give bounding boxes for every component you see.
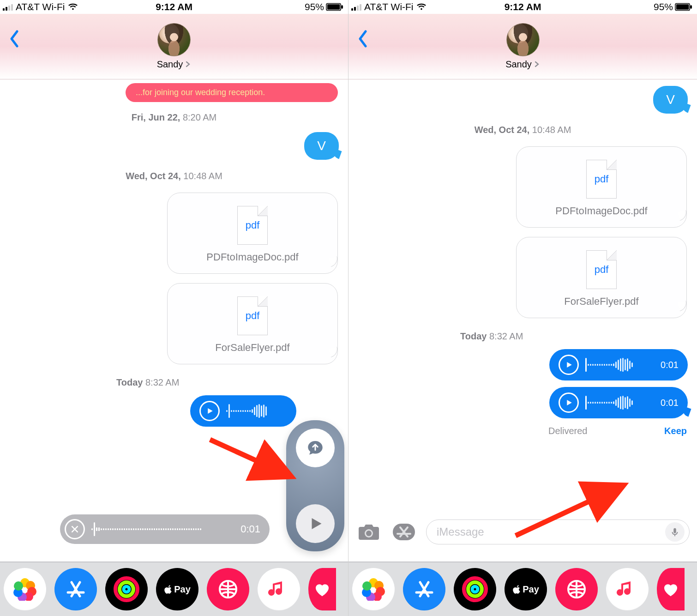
wifi-icon: [68, 2, 78, 12]
attachment-pdf-1[interactable]: pdf PDFtoImageDoc.pdf: [516, 146, 687, 228]
contact-name-button[interactable]: Sandy: [157, 59, 192, 70]
svg-rect-16: [676, 4, 689, 9]
battery-icon: [326, 3, 343, 11]
send-audio-button[interactable]: [296, 429, 335, 467]
voice-message-1[interactable]: 0:01: [549, 349, 688, 380]
status-bar: AT&T Wi-Fi 9:12 AM 95%: [348, 0, 697, 14]
app-dock: Pay: [348, 562, 697, 616]
dock-appstore-app[interactable]: [403, 568, 445, 610]
conversation-header: Sandy: [348, 14, 697, 79]
message-input[interactable]: iMessage: [426, 519, 690, 544]
signal-icon: [351, 3, 361, 11]
document-icon: pdf: [586, 250, 617, 289]
contact-name-button[interactable]: Sandy: [505, 59, 540, 70]
keep-button[interactable]: Keep: [664, 426, 687, 436]
attachment-filename: ForSaleFlyer.pdf: [526, 296, 677, 308]
contact-name: Sandy: [157, 59, 183, 70]
dock-globe-app[interactable]: [555, 568, 598, 610]
camera-button[interactable]: [356, 521, 382, 543]
audio-duration: 0:01: [661, 360, 679, 370]
waveform-icon: [226, 403, 287, 419]
dock-heart-app[interactable]: [657, 568, 685, 610]
attachment-pdf-2[interactable]: pdf ForSaleFlyer.pdf: [167, 283, 338, 364]
waveform-icon: [585, 395, 654, 411]
carrier-label: AT&T Wi-Fi: [16, 1, 65, 12]
app-dock: Pay: [0, 562, 348, 616]
waveform-icon: [585, 357, 654, 373]
voice-message-2[interactable]: 0:01: [549, 387, 688, 418]
svg-point-19: [366, 531, 372, 536]
svg-point-31: [472, 586, 478, 592]
dock-applepay-app[interactable]: Pay: [156, 568, 198, 610]
document-icon: pdf: [586, 160, 617, 199]
timestamp-jun22: Fri, Jun 22, 8:20 AM: [6, 112, 342, 123]
message-placeholder: iMessage: [437, 525, 484, 538]
chevron-right-icon: [534, 59, 540, 70]
chevron-right-icon: [185, 59, 191, 70]
svg-line-3: [210, 440, 286, 474]
svg-point-13: [124, 586, 129, 592]
dock-activity-app[interactable]: [454, 568, 496, 610]
back-button[interactable]: [357, 30, 369, 50]
dock-appstore-app[interactable]: [54, 568, 97, 610]
svg-point-28: [362, 581, 372, 591]
attachment-filename: ForSaleFlyer.pdf: [177, 342, 328, 354]
delivered-label: Delivered: [548, 426, 587, 436]
back-button[interactable]: [8, 30, 20, 50]
svg-rect-1: [327, 4, 340, 9]
avatar[interactable]: [157, 23, 191, 56]
battery-icon: [675, 3, 692, 11]
audio-duration: 0:01: [661, 398, 679, 408]
cancel-audio-button[interactable]: [65, 519, 85, 539]
svg-point-12: [120, 582, 133, 596]
attachment-filename: PDFtoImageDoc.pdf: [526, 205, 677, 217]
document-icon: pdf: [237, 296, 268, 335]
timestamp-oct24: Wed, Oct 24, 10:48 AM: [6, 171, 342, 181]
message-invite-banner[interactable]: ...for joining our wedding reception.: [126, 83, 338, 102]
avatar[interactable]: [506, 23, 540, 56]
message-thread[interactable]: ...for joining our wedding reception. Fr…: [0, 79, 348, 616]
battery-percent: 95%: [305, 1, 324, 12]
mic-button[interactable]: [665, 522, 685, 542]
svg-rect-2: [341, 5, 343, 9]
attachment-pdf-1[interactable]: pdf PDFtoImageDoc.pdf: [167, 193, 338, 274]
status-bar: AT&T Wi-Fi 9:12 AM 95%: [0, 0, 348, 14]
dock-music-app[interactable]: [606, 568, 649, 610]
dock-applepay-app[interactable]: Pay: [505, 568, 547, 610]
clock: 9:12 AM: [156, 1, 192, 12]
timestamp-oct24: Wed, Oct 24, 10:48 AM: [354, 125, 691, 135]
battery-percent: 95%: [654, 1, 673, 12]
dock-heart-app[interactable]: [308, 568, 336, 610]
play-audio-button[interactable]: [296, 504, 335, 543]
audio-send-overlay: [286, 420, 344, 551]
left-pane: AT&T Wi-Fi 9:12 AM 95% Sandy: [0, 0, 348, 616]
svg-rect-17: [690, 5, 692, 9]
dock-activity-app[interactable]: [105, 568, 148, 610]
compose-bar: iMessage: [356, 518, 690, 546]
signal-icon: [3, 3, 13, 11]
dock-photos-app[interactable]: [352, 568, 395, 610]
message-thread[interactable]: V Wed, Oct 24, 10:48 AM pdf PDFtoImageDo…: [348, 79, 697, 616]
timestamp-today: Today 8:32 AM: [116, 377, 179, 388]
message-bubble-v[interactable]: V: [653, 86, 688, 114]
play-icon[interactable]: [199, 401, 220, 421]
message-bubble-v[interactable]: V: [304, 132, 339, 160]
attachment-filename: PDFtoImageDoc.pdf: [177, 251, 328, 263]
audio-duration: 0:01: [240, 523, 260, 535]
timestamp-today: Today 8:32 AM: [460, 331, 523, 342]
dock-globe-app[interactable]: [207, 568, 249, 610]
dock-photos-app[interactable]: [4, 568, 46, 610]
clock: 9:12 AM: [505, 1, 541, 12]
contact-name: Sandy: [505, 59, 532, 70]
dock-music-app[interactable]: [258, 568, 300, 610]
play-icon[interactable]: [559, 393, 579, 413]
audio-preview-bar: 0:01: [60, 514, 270, 544]
app-drawer-button[interactable]: [391, 521, 417, 543]
carrier-label: AT&T Wi-Fi: [364, 1, 414, 12]
attachment-pdf-2[interactable]: pdf ForSaleFlyer.pdf: [516, 237, 687, 318]
voice-message-1[interactable]: [190, 395, 296, 427]
document-icon: pdf: [237, 206, 268, 245]
svg-point-30: [468, 582, 482, 596]
waveform-icon: [91, 522, 234, 537]
play-icon[interactable]: [559, 355, 579, 375]
